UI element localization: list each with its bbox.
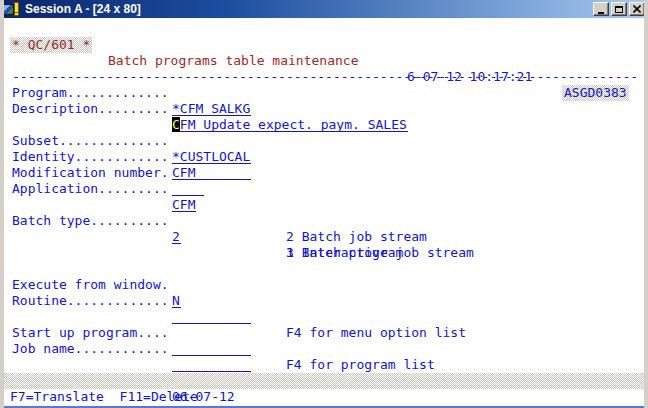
titlebar[interactable]: Session A - [24 x 80] xyxy=(0,0,648,18)
routine-row: Routine............. F4 for menu option … xyxy=(4,277,644,293)
program-field[interactable]: *CFM SALKG xyxy=(172,101,251,116)
description-row: Description......... CFM Update expect. … xyxy=(4,85,644,101)
start-up-program-row: Start up program.... F4 for program list xyxy=(4,309,644,325)
window-title: Session A - [24 x 80] xyxy=(25,2,141,16)
routine-label: Routine............. xyxy=(12,293,169,309)
application-label: Application......... xyxy=(12,181,169,197)
separator-row: ----------------------------------------… xyxy=(4,53,644,69)
program-row: Program............. *CFM SALKG xyxy=(4,69,644,85)
session-window: Session A - [24 x 80] * QC/601 * Batch p… xyxy=(0,0,648,408)
batch-type-options-row: 3 Interactive job stream xyxy=(4,229,644,245)
window-controls xyxy=(593,2,645,16)
function-key-bar: F7=Translate F11=Delete xyxy=(4,373,644,389)
minimize-icon xyxy=(598,12,604,14)
batch-type-options-row: 2 Batch job stream xyxy=(4,213,644,229)
close-button[interactable] xyxy=(629,2,645,16)
terminal-screen[interactable]: * QC/601 * Batch programs table maintena… xyxy=(4,18,644,406)
maximize-icon xyxy=(615,6,623,13)
batch-type-row: Batch type.......... 2 1 Batch program xyxy=(4,197,644,213)
screen-id: * QC/601 * xyxy=(10,37,92,53)
start-up-program-field[interactable] xyxy=(172,341,251,356)
close-icon xyxy=(633,5,641,13)
exclamation-icon xyxy=(14,2,19,16)
app-icon xyxy=(3,2,20,17)
subset-row: Subset.............. *CUSTLOCAL xyxy=(4,117,644,133)
identity-row: Identity............ CFM xyxy=(4,133,644,149)
batch-type-option-3: 3 Interactive job stream xyxy=(286,245,474,261)
maximize-button[interactable] xyxy=(611,2,627,16)
change-date-row: Change date......... 06-07-12 xyxy=(4,357,644,373)
execute-from-window-field[interactable]: N xyxy=(172,293,181,308)
job-name-label: Job name............ xyxy=(12,341,169,357)
function-keys: F7=Translate F11=Delete xyxy=(10,389,198,405)
execute-from-window-row: Execute from window. N xyxy=(4,261,644,277)
modification-number-field[interactable] xyxy=(172,181,204,196)
application-row: Application......... CFM xyxy=(4,165,644,181)
modification-number-row: Modification number. xyxy=(4,149,644,165)
description-label: Description......... xyxy=(12,101,169,117)
minimize-button[interactable] xyxy=(593,2,609,16)
function-key-row: F7=Translate F11=Delete xyxy=(4,373,644,389)
terminal-screen-icon xyxy=(3,4,14,15)
job-name-row: Job name............ xyxy=(4,325,644,341)
header-row: * QC/601 * Batch programs table maintena… xyxy=(4,21,644,37)
